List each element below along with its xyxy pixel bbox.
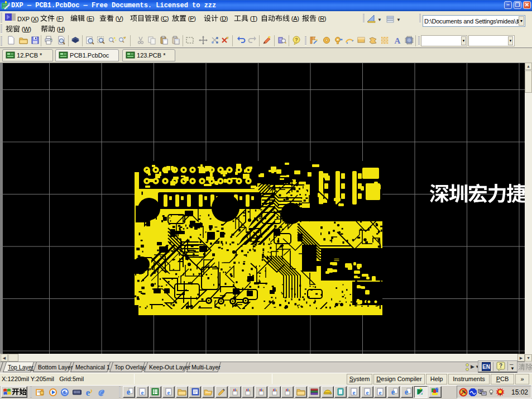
svg-text:e: e bbox=[391, 387, 395, 396]
svg-text:e: e bbox=[352, 389, 355, 396]
svg-text:e: e bbox=[366, 389, 368, 396]
svg-text:A: A bbox=[395, 36, 401, 45]
svg-text:e: e bbox=[167, 389, 170, 396]
svg-text:e: e bbox=[404, 387, 408, 396]
svg-text:?: ? bbox=[499, 363, 502, 369]
svg-text:e: e bbox=[86, 388, 90, 397]
svg-text:e: e bbox=[379, 389, 382, 396]
svg-text:e: e bbox=[127, 387, 131, 396]
svg-text:e: e bbox=[141, 389, 143, 396]
svg-text:?: ? bbox=[295, 37, 298, 42]
